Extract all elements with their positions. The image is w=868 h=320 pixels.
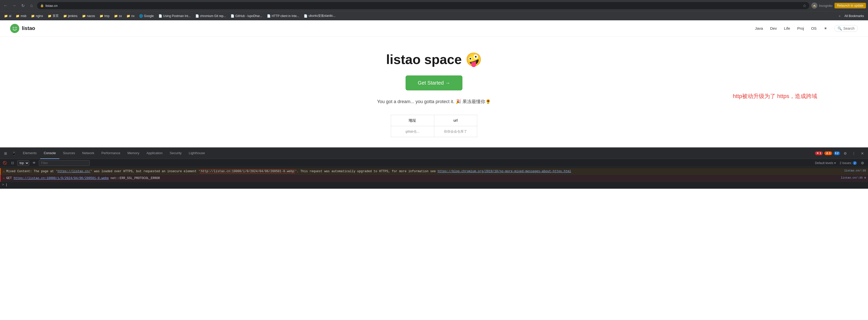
error-link[interactable]: https://listao.cn:10000/i/0/2024/04/06/2… [14, 177, 109, 180]
table-cell-address: gitlab仓... [391, 126, 434, 137]
incognito-icon: 🕵 [811, 3, 817, 9]
console-prompt-symbol: > [2, 183, 4, 187]
bookmark-msb[interactable]: 📁msb [14, 13, 28, 19]
logo-icon [10, 24, 19, 33]
tab-performance[interactable]: Performance [98, 148, 124, 159]
svg-point-4 [16, 27, 17, 28]
profile-area: 🕵 Incognito [811, 3, 832, 9]
nav-java[interactable]: Java [755, 26, 763, 30]
error-icon: ✕ [3, 176, 5, 180]
bookmark-jenkins[interactable]: 📁jenkins [61, 13, 80, 19]
console-cursor[interactable]: | [6, 183, 7, 187]
site-logo[interactable]: listao [10, 24, 35, 33]
console-filter-input[interactable] [39, 160, 90, 166]
nav-dev[interactable]: Dev [770, 26, 777, 30]
bookmark-tmp[interactable]: 📁tmp [97, 13, 112, 19]
default-levels-dropdown[interactable]: Default levels ▾ [815, 161, 836, 165]
table-header-address: 地址 [391, 115, 434, 126]
tab-lighthouse[interactable]: Lighthouse [185, 148, 209, 159]
warning-link-info[interactable]: https://blog.chromium.org/2019/10/no-mor… [438, 170, 571, 173]
info-badge: ℹ 2 [834, 151, 840, 155]
tab-application[interactable]: Application [143, 148, 166, 159]
bookmark-postman[interactable]: 📄Using Postman Int... [156, 13, 193, 19]
error-message-text: GET https://listao.cn:10000/i/0/2024/04/… [6, 176, 839, 181]
nav-proj[interactable]: Proj [797, 26, 804, 30]
main-content: listao space 🤪 Get Started → You got a d… [0, 37, 868, 147]
warning-link-page[interactable]: https://listao.cn/ [57, 170, 90, 173]
console-input-area: > | [0, 182, 868, 188]
devtools-device-button[interactable]: 📱 [10, 150, 17, 157]
back-button[interactable]: ← [2, 2, 9, 9]
bookmark-al[interactable]: 📁al [2, 13, 13, 19]
tab-sources[interactable]: Sources [59, 148, 79, 159]
bookmark-github[interactable]: 📄GitHub - lupoDhar... [228, 13, 265, 19]
hero-section: listao space 🤪 Get Started → You got a d… [0, 37, 868, 147]
bookmark-sx[interactable]: 📁sx [112, 13, 124, 19]
console-toggle-button[interactable]: ⊡ [10, 160, 15, 166]
devtools-close-button[interactable]: ✕ [859, 150, 866, 157]
tab-memory[interactable]: Memory [124, 148, 143, 159]
warning-source[interactable]: listao.cn/:35 [842, 169, 866, 172]
tab-elements[interactable]: Elements [19, 148, 40, 159]
bookmark-homepage[interactable]: 📁首页 [46, 13, 61, 19]
url-text: listao.cn [45, 4, 58, 8]
devtools-more-button[interactable]: ⋮ [850, 150, 857, 157]
lock-icon: 🔒 [40, 4, 44, 7]
forward-button[interactable]: → [11, 2, 18, 9]
home-button[interactable]: ⌂ [28, 2, 35, 9]
tab-console[interactable]: Console [40, 148, 59, 159]
get-started-button[interactable]: Get Started → [406, 75, 462, 90]
bookmark-http-client[interactable]: 📄HTTP client in Inte... [265, 13, 302, 19]
search-label: Search [843, 26, 855, 30]
console-clear-button[interactable]: 🚫 [2, 160, 8, 166]
site-header: listao Java Dev Life Proj OS ☀ 🔍 Search [0, 20, 868, 37]
search-icon: 🔍 [838, 26, 842, 30]
address-bar[interactable]: 🔒 listao.cn ☆ [37, 2, 809, 9]
console-toolbar: 🚫 ⊡ top 👁 Default levels ▾ 2 Issues: 2 ⚙ [0, 159, 868, 167]
table-header: 地址 url [391, 115, 477, 126]
nav-os[interactable]: OS [811, 26, 817, 30]
relaunch-button[interactable]: Relaunch to update [835, 3, 866, 8]
tab-network[interactable]: Network [79, 148, 98, 159]
console-settings-button[interactable]: ⚙ [859, 159, 866, 167]
warn-badge: ⚠ 1 [824, 151, 832, 155]
devtools-left-controls: ⊞ 📱 [2, 150, 17, 157]
bookmark-nx[interactable]: 📁nx [124, 13, 136, 19]
bookmark-google[interactable]: 🌐Google [137, 13, 156, 19]
table-header-url: url [434, 115, 477, 126]
tab-security[interactable]: Security [166, 148, 185, 159]
nav-life[interactable]: Life [784, 26, 790, 30]
warning-icon: ⚠ [3, 169, 5, 173]
devtools-tab-bar: ⊞ 📱 Elements Console Sources Network Per… [0, 148, 868, 159]
site-name: listao [22, 25, 35, 31]
bookmark-chromium[interactable]: 📄chromium Git rep... [193, 13, 228, 19]
error-source[interactable]: listao.cn/:35 ⚙ [839, 176, 866, 179]
error-badge: ✕ 1 [815, 151, 823, 155]
bookmark-ubuntu[interactable]: 📄ubuntu安装stardic... [302, 13, 338, 19]
search-button[interactable]: 🔍 Search [834, 25, 858, 32]
theme-toggle-icon[interactable]: ☀ [824, 26, 827, 31]
devtools-inspect-button[interactable]: ⊞ [2, 150, 9, 157]
console-message-error: ✕ GET https://listao.cn:10000/i/0/2024/0… [0, 175, 868, 182]
devtools-settings-button[interactable]: ⚙ [842, 150, 849, 157]
bookmarks-bar: 📁al 📁msb 📁nginx 📁首页 📁jenkins 📁nacos 📁tmp… [0, 11, 868, 20]
console-message-warning: ⚠ Mixed Content: The page at 'https://li… [0, 168, 868, 175]
annotation-text: http被动升级为了 https，造成跨域 [733, 92, 817, 100]
content-table: 地址 url gitlab仓... 你你会会仓库了 [391, 115, 477, 137]
refresh-button[interactable]: ↻ [19, 2, 26, 9]
console-eye-button[interactable]: 👁 [31, 160, 37, 166]
bookmark-nacos[interactable]: 📁nacos [80, 13, 97, 19]
svg-point-3 [13, 27, 14, 28]
frame-selector[interactable]: top [17, 160, 29, 166]
svg-point-0 [10, 24, 19, 33]
bookmark-star-icon[interactable]: ☆ [803, 3, 806, 8]
console-messages: ⚠ Mixed Content: The page at 'https://li… [0, 167, 868, 189]
site-nav: Java Dev Life Proj OS ☀ 🔍 Search [755, 25, 858, 32]
bookmark-nginx[interactable]: 📁nginx [29, 13, 45, 19]
bookmarks-more-button[interactable]: » [837, 13, 842, 19]
all-bookmarks-button[interactable]: All Bookmarks [842, 13, 866, 19]
table-cell-url: 你你会会仓库了 [434, 126, 477, 137]
devtools-panel: ⊞ 📱 Elements Console Sources Network Per… [0, 147, 868, 189]
issues-badge: 2 [853, 161, 857, 165]
warning-highlighted-url: http://listao.cn:10000/i/0/2024/04/06/20… [200, 169, 295, 173]
